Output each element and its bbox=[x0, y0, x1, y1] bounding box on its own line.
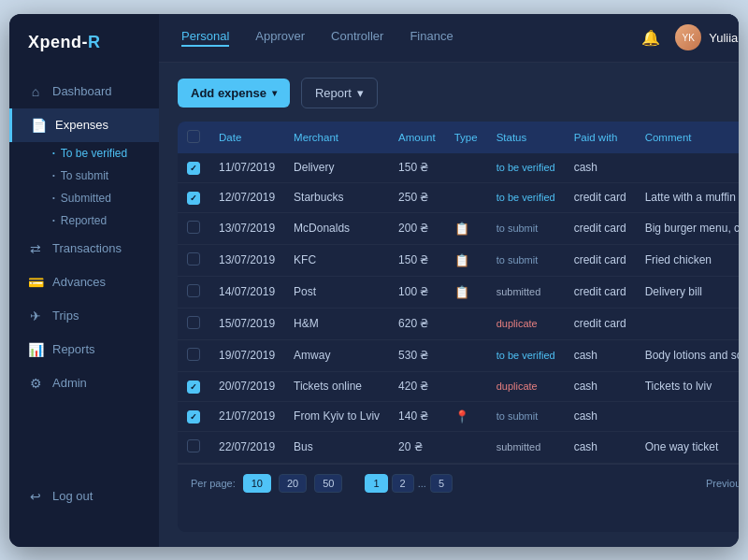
sidebar-item-admin[interactable]: ⚙ Admin bbox=[9, 366, 159, 400]
sidebar-item-advances[interactable]: 💳 Advances bbox=[9, 266, 159, 299]
per-page-label: Per page: bbox=[191, 478, 236, 489]
notification-bell[interactable]: 🔔 bbox=[641, 29, 660, 47]
document-type-icon: 📋 bbox=[454, 285, 469, 299]
row-checkbox[interactable] bbox=[187, 192, 200, 205]
main-panel: Personal Approver Controller Finance 🔔 Y… bbox=[159, 14, 739, 547]
cell-amount: 150 ₴ bbox=[389, 153, 445, 183]
tab-personal[interactable]: Personal bbox=[181, 29, 229, 47]
cell-comment: One way ticket bbox=[636, 431, 739, 463]
header-right: 🔔 YK Yuliia Koval ▾ bbox=[641, 24, 739, 50]
status-badge: duplicate bbox=[496, 316, 538, 331]
cell-date: 13/07/2019 bbox=[209, 212, 284, 244]
logout-button[interactable]: ↩ Log out bbox=[28, 480, 140, 513]
cell-date: 13/07/2019 bbox=[209, 244, 284, 276]
page-5[interactable]: 5 bbox=[430, 474, 453, 493]
sidebar: Xpend-R ⌂ Dashboard 📄 Expenses To be ver… bbox=[9, 14, 159, 547]
page-1[interactable]: 1 bbox=[365, 474, 387, 493]
cell-comment: Body lotions and scrub bbox=[636, 339, 739, 371]
row-checkbox[interactable] bbox=[187, 381, 200, 394]
table-row: 14/07/2019Post100 ₴📋submittedcredit card… bbox=[178, 276, 739, 308]
col-type[interactable]: Type bbox=[445, 122, 487, 153]
report-label: Report bbox=[315, 86, 352, 100]
sidebar-sub-reported[interactable]: Reported bbox=[52, 209, 159, 232]
row-checkbox[interactable] bbox=[187, 252, 200, 266]
cell-type bbox=[445, 308, 487, 339]
status-badge: to submit bbox=[496, 409, 539, 424]
sidebar-sub-submitted[interactable]: Submitted bbox=[52, 187, 159, 209]
sidebar-bottom: ↩ Log out bbox=[9, 465, 159, 528]
tab-approver[interactable]: Approver bbox=[255, 29, 305, 47]
sidebar-sub-to-submit[interactable]: To submit bbox=[52, 165, 159, 187]
sidebar-item-transactions[interactable]: ⇄ Transactions bbox=[9, 232, 159, 266]
col-date[interactable]: Date bbox=[209, 122, 284, 153]
row-checkbox[interactable] bbox=[187, 410, 200, 424]
previous-button[interactable]: Previous bbox=[706, 478, 739, 489]
col-merchant[interactable]: Merchant bbox=[284, 122, 389, 153]
tab-controller[interactable]: Controller bbox=[331, 29, 383, 47]
cell-merchant: McDonalds bbox=[284, 212, 389, 244]
add-chevron-icon: ▾ bbox=[272, 88, 277, 98]
app-container: Xpend-R ⌂ Dashboard 📄 Expenses To be ver… bbox=[9, 14, 739, 547]
sidebar-item-reports[interactable]: 📊 Reports bbox=[9, 333, 159, 366]
cell-comment: Latte with a muffin bbox=[636, 182, 739, 212]
logout-icon: ↩ bbox=[28, 489, 43, 504]
sidebar-label-trips: Trips bbox=[52, 309, 79, 323]
cell-amount: 250 ₴ bbox=[389, 182, 445, 212]
row-checkbox[interactable] bbox=[187, 221, 200, 234]
row-checkbox[interactable] bbox=[187, 316, 200, 329]
pagination: Per page: 10 20 50 1 2 ... 5 Previous Ne… bbox=[178, 464, 739, 502]
admin-icon: ⚙ bbox=[28, 376, 43, 391]
page-2[interactable]: 2 bbox=[392, 474, 414, 493]
logo-accent: R bbox=[88, 33, 101, 51]
home-icon: ⌂ bbox=[28, 84, 43, 99]
sidebar-item-trips[interactable]: ✈ Trips bbox=[9, 299, 159, 333]
col-paid-with[interactable]: Paid with bbox=[565, 122, 636, 153]
sidebar-item-dashboard[interactable]: ⌂ Dashboard bbox=[9, 75, 159, 108]
per-page-50[interactable]: 50 bbox=[314, 474, 342, 493]
table-row: 12/07/2019Starbucks250 ₴to be verifiedcr… bbox=[178, 182, 739, 212]
document-type-icon: 📋 bbox=[454, 222, 469, 236]
col-comment[interactable]: Comment bbox=[636, 122, 739, 153]
cell-type bbox=[445, 371, 487, 401]
status-badge: to be verified bbox=[496, 160, 555, 175]
pin-type-icon: 📍 bbox=[454, 409, 469, 424]
cell-amount: 420 ₴ bbox=[389, 371, 445, 401]
table-row: 22/07/2019Bus20 ₴submittedcashOne way ti… bbox=[178, 431, 739, 463]
expense-table: Date Merchant Amount Type Status Paid wi… bbox=[178, 122, 739, 464]
content-area: Add expense ▾ Report ▾ 🔍 ⛛ bbox=[159, 63, 739, 547]
select-all-checkbox[interactable] bbox=[187, 130, 200, 143]
tab-finance[interactable]: Finance bbox=[410, 29, 453, 47]
cell-type bbox=[445, 182, 487, 212]
table-row: 11/07/2019Delivery150 ₴to be verifiedcas… bbox=[178, 153, 739, 183]
cell-comment bbox=[636, 153, 739, 183]
cell-paid-with: credit card bbox=[565, 212, 636, 244]
sidebar-sub-to-be-verified[interactable]: To be verified bbox=[52, 142, 159, 165]
add-expense-button[interactable]: Add expense ▾ bbox=[178, 79, 290, 108]
user-menu[interactable]: YK Yuliia Koval ▾ bbox=[675, 24, 739, 50]
row-checkbox[interactable] bbox=[187, 439, 200, 452]
row-checkbox[interactable] bbox=[187, 162, 200, 175]
col-amount[interactable]: Amount bbox=[389, 122, 445, 153]
table-row: 21/07/2019From Kyiv to Lviv140 ₴📍to subm… bbox=[178, 401, 739, 431]
cell-comment bbox=[636, 401, 739, 431]
cell-date: 22/07/2019 bbox=[209, 431, 284, 463]
cell-amount: 100 ₴ bbox=[389, 276, 445, 308]
reports-icon: 📊 bbox=[28, 342, 43, 357]
cell-merchant: Bus bbox=[284, 431, 389, 463]
cell-paid-with: credit card bbox=[565, 276, 636, 308]
avatar: YK bbox=[675, 24, 701, 50]
cell-comment bbox=[636, 308, 739, 339]
sidebar-item-expenses[interactable]: 📄 Expenses bbox=[9, 108, 159, 142]
cell-paid-with: credit card bbox=[565, 182, 636, 212]
col-status[interactable]: Status bbox=[487, 122, 565, 153]
report-button[interactable]: Report ▾ bbox=[301, 78, 378, 108]
per-page-10[interactable]: 10 bbox=[243, 474, 271, 493]
avatar-initials: YK bbox=[683, 33, 695, 43]
per-page-20[interactable]: 20 bbox=[279, 474, 307, 493]
row-checkbox[interactable] bbox=[187, 284, 200, 297]
sidebar-label-reports: Reports bbox=[52, 342, 95, 356]
row-checkbox[interactable] bbox=[187, 348, 200, 361]
document-icon: 📄 bbox=[31, 118, 46, 133]
col-checkbox bbox=[178, 122, 209, 153]
report-chevron-icon: ▾ bbox=[357, 86, 364, 100]
